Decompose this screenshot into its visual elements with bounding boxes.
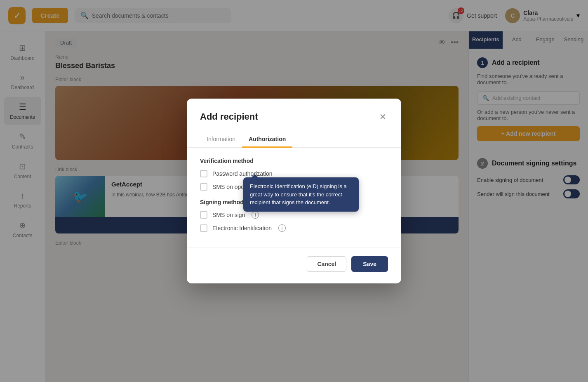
password-auth-row: Password authorization xyxy=(200,170,388,177)
electronic-id-label: Electronic Identification xyxy=(212,225,272,231)
modal-close-button[interactable]: ✕ xyxy=(378,110,388,123)
modal-tab-authorization[interactable]: Authorization xyxy=(242,132,292,148)
cancel-button[interactable]: Cancel xyxy=(307,256,346,272)
modal-tabs: Information Authorization xyxy=(187,132,401,148)
modal-tab-information[interactable]: Information xyxy=(200,132,242,148)
tooltip-arrow xyxy=(252,174,258,177)
sms-on-sign-row: SMS on sign i xyxy=(200,211,388,219)
sms-on-open-label: SMS on open xyxy=(212,184,247,190)
modal-overlay: Add recipient ✕ Information Authorizatio… xyxy=(0,0,588,382)
sms-on-open-checkbox[interactable] xyxy=(200,183,207,191)
sms-on-sign-info-icon[interactable]: i xyxy=(252,211,259,219)
modal-header: Add recipient ✕ xyxy=(187,99,401,123)
verification-section-title: Verification method xyxy=(200,158,388,164)
electronic-id-info-icon[interactable]: i xyxy=(278,224,286,232)
sms-on-sign-label: SMS on sign xyxy=(212,212,245,218)
password-auth-checkbox[interactable] xyxy=(200,170,207,177)
electronic-id-row: Electronic Identification i xyxy=(200,224,388,232)
sms-on-sign-checkbox[interactable] xyxy=(200,211,207,219)
password-auth-label: Password authorization xyxy=(212,170,273,177)
eid-tooltip: Electronic Identification (eID) signing … xyxy=(243,177,359,212)
electronic-id-checkbox[interactable] xyxy=(200,224,207,232)
tooltip-text: Electronic Identification (eID) signing … xyxy=(250,183,347,205)
modal-title: Add recipient xyxy=(200,111,258,122)
save-button[interactable]: Save xyxy=(351,256,388,272)
modal-footer: Cancel Save xyxy=(187,248,401,283)
